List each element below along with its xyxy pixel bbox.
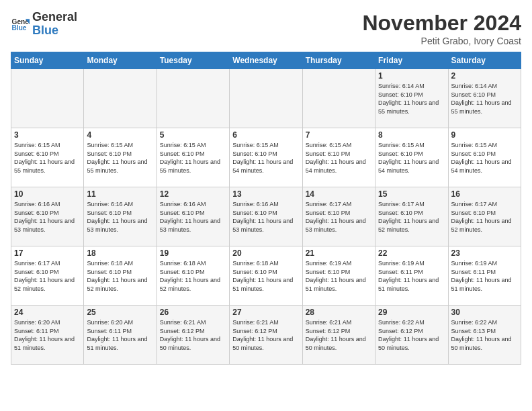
calendar-cell: 25Sunrise: 6:20 AM Sunset: 6:11 PM Dayli… bbox=[84, 306, 157, 365]
calendar-week-row: 3Sunrise: 6:15 AM Sunset: 6:10 PM Daylig… bbox=[11, 128, 521, 187]
calendar-cell bbox=[157, 69, 229, 128]
day-info: Sunrise: 6:15 AM Sunset: 6:10 PM Dayligh… bbox=[451, 141, 518, 175]
svg-text:Blue: Blue bbox=[12, 24, 27, 32]
day-number: 23 bbox=[451, 248, 518, 258]
day-number: 20 bbox=[232, 248, 299, 258]
calendar-cell: 7Sunrise: 6:15 AM Sunset: 6:10 PM Daylig… bbox=[302, 128, 375, 187]
calendar-cell: 11Sunrise: 6:16 AM Sunset: 6:10 PM Dayli… bbox=[84, 187, 157, 246]
calendar-cell: 1Sunrise: 6:14 AM Sunset: 6:10 PM Daylig… bbox=[375, 69, 448, 128]
calendar-cell: 13Sunrise: 6:16 AM Sunset: 6:10 PM Dayli… bbox=[230, 187, 302, 246]
header: General Blue General Blue November 2024 … bbox=[11, 11, 521, 46]
header-friday: Friday bbox=[375, 52, 448, 69]
calendar-cell: 15Sunrise: 6:17 AM Sunset: 6:10 PM Dayli… bbox=[375, 187, 448, 246]
calendar-cell bbox=[11, 69, 84, 128]
day-number: 17 bbox=[14, 248, 81, 258]
day-info: Sunrise: 6:15 AM Sunset: 6:10 PM Dayligh… bbox=[14, 141, 81, 175]
day-info: Sunrise: 6:21 AM Sunset: 6:12 PM Dayligh… bbox=[232, 318, 299, 352]
calendar-cell: 28Sunrise: 6:21 AM Sunset: 6:12 PM Dayli… bbox=[302, 306, 375, 365]
calendar-cell: 18Sunrise: 6:18 AM Sunset: 6:10 PM Dayli… bbox=[84, 246, 157, 306]
calendar-cell: 19Sunrise: 6:18 AM Sunset: 6:10 PM Dayli… bbox=[157, 246, 229, 306]
calendar-week-row: 1Sunrise: 6:14 AM Sunset: 6:10 PM Daylig… bbox=[11, 69, 521, 128]
calendar-cell: 23Sunrise: 6:19 AM Sunset: 6:11 PM Dayli… bbox=[448, 246, 521, 306]
calendar-week-row: 10Sunrise: 6:16 AM Sunset: 6:10 PM Dayli… bbox=[11, 187, 521, 246]
calendar-cell: 20Sunrise: 6:18 AM Sunset: 6:10 PM Dayli… bbox=[230, 246, 302, 306]
day-info: Sunrise: 6:21 AM Sunset: 6:12 PM Dayligh… bbox=[160, 318, 226, 352]
day-number: 3 bbox=[14, 130, 81, 140]
day-info: Sunrise: 6:16 AM Sunset: 6:10 PM Dayligh… bbox=[87, 200, 153, 234]
header-wednesday: Wednesday bbox=[230, 52, 302, 69]
calendar-cell bbox=[230, 69, 302, 128]
day-number: 11 bbox=[87, 189, 153, 199]
calendar-cell: 27Sunrise: 6:21 AM Sunset: 6:12 PM Dayli… bbox=[230, 306, 302, 365]
day-info: Sunrise: 6:15 AM Sunset: 6:10 PM Dayligh… bbox=[160, 141, 226, 175]
calendar-cell: 17Sunrise: 6:17 AM Sunset: 6:10 PM Dayli… bbox=[11, 246, 84, 306]
day-number: 18 bbox=[87, 248, 153, 258]
day-info: Sunrise: 6:20 AM Sunset: 6:11 PM Dayligh… bbox=[87, 318, 153, 352]
logo: General Blue General Blue bbox=[11, 11, 77, 38]
day-info: Sunrise: 6:16 AM Sunset: 6:10 PM Dayligh… bbox=[160, 200, 226, 234]
calendar-cell: 12Sunrise: 6:16 AM Sunset: 6:10 PM Dayli… bbox=[157, 187, 229, 246]
month-title: November 2024 bbox=[362, 11, 521, 36]
header-tuesday: Tuesday bbox=[157, 52, 229, 69]
day-info: Sunrise: 6:20 AM Sunset: 6:11 PM Dayligh… bbox=[14, 318, 81, 352]
title-area: November 2024 Petit Grabo, Ivory Coast bbox=[362, 11, 521, 46]
day-info: Sunrise: 6:19 AM Sunset: 6:10 PM Dayligh… bbox=[306, 259, 372, 293]
day-info: Sunrise: 6:14 AM Sunset: 6:10 PM Dayligh… bbox=[378, 82, 445, 116]
calendar-cell: 29Sunrise: 6:22 AM Sunset: 6:12 PM Dayli… bbox=[375, 306, 448, 365]
calendar-cell bbox=[84, 69, 157, 128]
calendar-cell: 5Sunrise: 6:15 AM Sunset: 6:10 PM Daylig… bbox=[157, 128, 229, 187]
day-info: Sunrise: 6:22 AM Sunset: 6:12 PM Dayligh… bbox=[378, 318, 445, 352]
day-number: 6 bbox=[232, 130, 299, 140]
calendar-cell: 3Sunrise: 6:15 AM Sunset: 6:10 PM Daylig… bbox=[11, 128, 84, 187]
day-number: 7 bbox=[306, 130, 372, 140]
day-number: 13 bbox=[232, 189, 299, 199]
day-number: 28 bbox=[306, 308, 372, 317]
day-info: Sunrise: 6:14 AM Sunset: 6:10 PM Dayligh… bbox=[451, 82, 518, 116]
calendar-cell: 4Sunrise: 6:15 AM Sunset: 6:10 PM Daylig… bbox=[84, 128, 157, 187]
calendar-cell: 9Sunrise: 6:15 AM Sunset: 6:10 PM Daylig… bbox=[448, 128, 521, 187]
day-info: Sunrise: 6:15 AM Sunset: 6:10 PM Dayligh… bbox=[87, 141, 153, 175]
day-number: 15 bbox=[378, 189, 445, 199]
day-info: Sunrise: 6:17 AM Sunset: 6:10 PM Dayligh… bbox=[451, 200, 518, 234]
header-sunday: Sunday bbox=[11, 52, 84, 69]
day-info: Sunrise: 6:21 AM Sunset: 6:12 PM Dayligh… bbox=[306, 318, 372, 352]
logo-general: General bbox=[32, 11, 77, 24]
day-info: Sunrise: 6:16 AM Sunset: 6:10 PM Dayligh… bbox=[14, 200, 81, 234]
day-info: Sunrise: 6:18 AM Sunset: 6:10 PM Dayligh… bbox=[160, 259, 226, 293]
calendar-cell: 24Sunrise: 6:20 AM Sunset: 6:11 PM Dayli… bbox=[11, 306, 84, 365]
logo-icon: General Blue bbox=[11, 15, 30, 34]
day-number: 25 bbox=[87, 308, 153, 317]
day-number: 9 bbox=[451, 130, 518, 140]
calendar-week-row: 24Sunrise: 6:20 AM Sunset: 6:11 PM Dayli… bbox=[11, 306, 521, 365]
day-number: 5 bbox=[160, 130, 226, 140]
day-number: 2 bbox=[451, 71, 518, 81]
day-info: Sunrise: 6:19 AM Sunset: 6:11 PM Dayligh… bbox=[378, 259, 445, 293]
calendar-cell: 2Sunrise: 6:14 AM Sunset: 6:10 PM Daylig… bbox=[448, 69, 521, 128]
day-info: Sunrise: 6:16 AM Sunset: 6:10 PM Dayligh… bbox=[232, 200, 299, 234]
day-number: 19 bbox=[160, 248, 226, 258]
calendar-cell: 16Sunrise: 6:17 AM Sunset: 6:10 PM Dayli… bbox=[448, 187, 521, 246]
day-number: 26 bbox=[160, 308, 226, 317]
day-info: Sunrise: 6:15 AM Sunset: 6:10 PM Dayligh… bbox=[232, 141, 299, 175]
logo-blue: Blue bbox=[32, 24, 77, 38]
header-thursday: Thursday bbox=[302, 52, 375, 69]
calendar-cell: 26Sunrise: 6:21 AM Sunset: 6:12 PM Dayli… bbox=[157, 306, 229, 365]
calendar-cell: 21Sunrise: 6:19 AM Sunset: 6:10 PM Dayli… bbox=[302, 246, 375, 306]
day-number: 16 bbox=[451, 189, 518, 199]
day-info: Sunrise: 6:17 AM Sunset: 6:10 PM Dayligh… bbox=[14, 259, 81, 293]
day-number: 30 bbox=[451, 308, 518, 317]
day-info: Sunrise: 6:17 AM Sunset: 6:10 PM Dayligh… bbox=[378, 200, 445, 234]
location-subtitle: Petit Grabo, Ivory Coast bbox=[362, 36, 521, 46]
day-info: Sunrise: 6:18 AM Sunset: 6:10 PM Dayligh… bbox=[87, 259, 153, 293]
calendar-cell bbox=[302, 69, 375, 128]
calendar-table: SundayMondayTuesdayWednesdayThursdayFrid… bbox=[11, 52, 521, 365]
calendar-cell: 6Sunrise: 6:15 AM Sunset: 6:10 PM Daylig… bbox=[230, 128, 302, 187]
calendar-header-row: SundayMondayTuesdayWednesdayThursdayFrid… bbox=[11, 52, 521, 69]
header-monday: Monday bbox=[84, 52, 157, 69]
day-number: 14 bbox=[306, 189, 372, 199]
calendar-cell: 10Sunrise: 6:16 AM Sunset: 6:10 PM Dayli… bbox=[11, 187, 84, 246]
day-number: 29 bbox=[378, 308, 445, 317]
header-saturday: Saturday bbox=[448, 52, 521, 69]
day-number: 10 bbox=[14, 189, 81, 199]
day-number: 1 bbox=[378, 71, 445, 81]
